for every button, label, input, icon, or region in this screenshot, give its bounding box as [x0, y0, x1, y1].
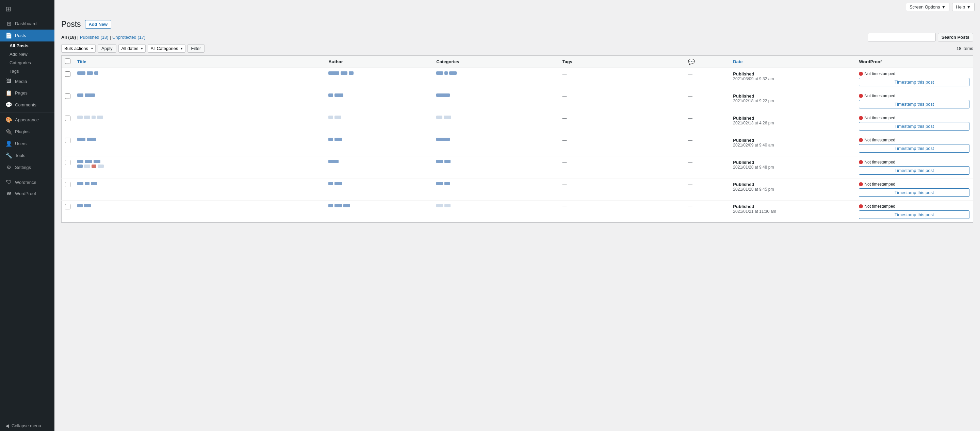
row-author-cell: [325, 68, 433, 90]
row-checkbox[interactable]: [65, 138, 70, 143]
not-timestamped-label: Not timestamped: [859, 93, 969, 98]
row-checkbox[interactable]: [65, 93, 70, 99]
timestamp-post-button[interactable]: Timestamp this post: [859, 100, 969, 108]
dashboard-icon: ⊞: [5, 21, 12, 27]
row-comments-cell: —: [685, 201, 730, 223]
row-author-cell: [325, 112, 433, 134]
page-header: Posts Add New: [61, 20, 973, 29]
sidebar-sub-all-posts[interactable]: All Posts: [0, 41, 54, 50]
row-date-cell: Published 2021/02/09 at 9:40 am: [730, 134, 856, 156]
search-posts-button[interactable]: Search Posts: [938, 33, 973, 41]
sidebar-sub-add-new[interactable]: Add New: [0, 50, 54, 59]
bulk-actions-wrapper: Bulk actions: [61, 44, 95, 53]
sidebar-sub-tags[interactable]: Tags: [0, 67, 54, 76]
select-all-checkbox[interactable]: [65, 59, 70, 64]
timestamp-post-button[interactable]: Timestamp this post: [859, 144, 969, 153]
sidebar-item-comments[interactable]: 💬 Comments: [0, 99, 54, 111]
sidebar-item-label: Dashboard: [15, 21, 37, 26]
row-categories-cell: [433, 134, 559, 156]
filter-link-all[interactable]: All (18): [61, 35, 76, 40]
filter-button[interactable]: Filter: [188, 44, 205, 53]
not-timestamped-text: Not timestamped: [864, 204, 895, 209]
row-date-cell: Published 2021/01/21 at 11:30 am: [730, 201, 856, 223]
screen-options-button[interactable]: Screen Options ▼: [906, 3, 950, 11]
sidebar-item-plugins[interactable]: 🔌 Plugins: [0, 126, 54, 138]
row-checkbox-cell: [62, 201, 74, 223]
th-title[interactable]: Title: [74, 56, 325, 68]
not-timestamped-icon: [859, 94, 863, 98]
add-new-button[interactable]: Add New: [85, 20, 111, 29]
row-categories-cell: [433, 90, 559, 112]
all-categories-select[interactable]: All Categories: [148, 44, 185, 53]
wordproof-cell-content: Not timestamped Timestamp this post: [859, 160, 969, 175]
sidebar-item-users[interactable]: 👤 Users: [0, 138, 54, 150]
collapse-menu-button[interactable]: ◀ Collapse menu: [0, 420, 54, 431]
sidebar-item-wordproof[interactable]: W WordProof: [0, 188, 54, 199]
not-timestamped-icon: [859, 182, 863, 186]
wordfence-icon: 🛡: [5, 179, 12, 185]
not-timestamped-icon: [859, 116, 863, 120]
th-date[interactable]: Date: [730, 56, 856, 68]
posts-table: Title Author Categories Tags 💬 Date Word…: [61, 55, 973, 223]
apply-button[interactable]: Apply: [98, 44, 116, 53]
timestamp-post-button[interactable]: Timestamp this post: [859, 188, 969, 197]
sidebar-item-wordfence[interactable]: 🛡 Wordfence: [0, 176, 54, 188]
row-checkbox[interactable]: [65, 116, 70, 121]
search-input[interactable]: [868, 33, 936, 41]
sidebar-item-label: Posts: [15, 33, 26, 38]
row-categories-cell: [433, 179, 559, 201]
sidebar-item-label: Users: [15, 141, 27, 146]
filter-link-published[interactable]: Published (18): [80, 35, 108, 40]
row-tags-cell: —: [559, 112, 685, 134]
not-timestamped-icon: [859, 204, 863, 208]
row-date-status: Published: [733, 160, 852, 165]
filter-published-count: (18): [100, 35, 108, 40]
timestamp-post-button[interactable]: Timestamp this post: [859, 166, 969, 175]
sidebar-item-label: Tools: [15, 153, 25, 158]
sidebar-item-posts[interactable]: 📄 Posts: [0, 30, 54, 41]
row-checkbox[interactable]: [65, 160, 70, 165]
row-author-cell: [325, 90, 433, 112]
row-checkbox[interactable]: [65, 182, 70, 187]
row-date-status: Published: [733, 138, 852, 143]
help-button[interactable]: Help ▼: [952, 3, 975, 11]
row-tags-cell: —: [559, 90, 685, 112]
collapse-icon: ◀: [5, 423, 9, 428]
sidebar-item-pages[interactable]: 📋 Pages: [0, 87, 54, 99]
not-timestamped-text: Not timestamped: [864, 138, 895, 143]
row-date-status: Published: [733, 71, 852, 76]
all-dates-select[interactable]: All dates: [118, 44, 146, 53]
all-dates-wrapper: All dates: [118, 44, 146, 53]
main-content: Screen Options ▼ Help ▼ Posts Add New Al…: [54, 0, 980, 431]
content-area: Posts Add New All (18) | Published (18) …: [54, 14, 980, 431]
bulk-actions-select[interactable]: Bulk actions: [61, 44, 95, 53]
screen-options-chevron-icon: ▼: [942, 5, 946, 10]
sidebar-item-media[interactable]: 🖼 Media: [0, 76, 54, 87]
collapse-label: Collapse menu: [11, 423, 41, 428]
filter-link-unprotected[interactable]: Unprotected (17): [112, 35, 146, 40]
row-tags-cell: —: [559, 134, 685, 156]
timestamp-post-button[interactable]: Timestamp this post: [859, 211, 969, 219]
wordproof-cell-content: Not timestamped Timestamp this post: [859, 93, 969, 108]
timestamp-post-button[interactable]: Timestamp this post: [859, 78, 969, 86]
row-comments-cell: —: [685, 112, 730, 134]
row-title-cell: [74, 156, 325, 179]
sidebar-item-appearance[interactable]: 🎨 Appearance: [0, 114, 54, 126]
sidebar-item-settings[interactable]: ⚙ Settings: [0, 162, 54, 173]
pages-icon: 📋: [5, 90, 12, 96]
row-checkbox[interactable]: [65, 204, 70, 209]
th-wordproof: WordProof: [856, 56, 973, 68]
sidebar-sub-categories[interactable]: Categories: [0, 59, 54, 67]
not-timestamped-text: Not timestamped: [864, 160, 895, 165]
table-row: — — Published 2021/01/28 at 9:45 pm Not …: [62, 179, 973, 201]
sidebar-item-dashboard[interactable]: ⊞ Dashboard: [0, 18, 54, 30]
not-timestamped-label: Not timestamped: [859, 71, 969, 76]
row-checkbox-cell: [62, 90, 74, 112]
th-author: Author: [325, 56, 433, 68]
row-checkbox[interactable]: [65, 71, 70, 77]
posts-icon: 📄: [5, 32, 12, 39]
help-label: Help: [956, 5, 965, 10]
wordproof-cell-content: Not timestamped Timestamp this post: [859, 204, 969, 219]
sidebar-item-tools[interactable]: 🔧 Tools: [0, 150, 54, 162]
timestamp-post-button[interactable]: Timestamp this post: [859, 122, 969, 130]
